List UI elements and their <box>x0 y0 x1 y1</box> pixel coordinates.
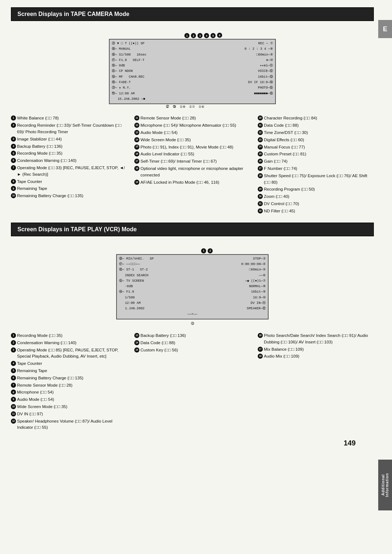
ref-num-5: 5 <box>11 151 16 156</box>
ref-item-6: 6 Condensation Warning (□□ 140) <box>11 158 127 164</box>
section2-refs-col2: 13 Backup Battery (□□ 136) 14 Data Code … <box>134 333 250 432</box>
vcr-ref-item-7: 7 Remote Sensor Mode (□□ 28) <box>11 382 127 389</box>
circle-2: 2 <box>191 33 196 38</box>
vcr-ref-num-4: 4 <box>11 361 16 366</box>
ref-num-31: 31 <box>258 201 263 206</box>
bottom-circle-numbers: ㉜ ㉙ ①⑧ ①⑦ ①⑥ <box>54 105 316 109</box>
e-tab: E <box>378 20 392 38</box>
vcr-circle-1: 1 <box>201 248 206 253</box>
circle-5: 5 <box>211 33 216 38</box>
page-number: 149 <box>11 439 356 447</box>
ref-item-1: 1 White Balance (□□ 78) <box>11 115 127 122</box>
vcr-ref-num-5: 5 <box>11 368 16 373</box>
section1-refs-col2: 11 Remote Sensor Mode (□□ 28) 12 Microph… <box>134 115 250 215</box>
screen-line-5: ⑯— 0dB ✦✦⊕1—⑪ <box>112 63 273 69</box>
vcr-ref-item-6: 6 Remaining Battery Charge (□□ 135) <box>11 375 127 382</box>
ref-num-23: 23 <box>258 137 263 142</box>
ref-text-21: Data Code (□□ 88) <box>264 122 374 129</box>
ref-num-14: 14 <box>134 137 139 142</box>
ref-num-21: 21 <box>258 123 263 128</box>
vcr-ref-num-2: 2 <box>11 340 16 345</box>
circle-1: 1 <box>184 33 189 38</box>
vcr-ref-text-15: Custom Key (□□ 56) <box>140 347 250 354</box>
screen-line-4: ⑰— F1.8 SELF-T ⊕—⑩ <box>112 58 273 63</box>
ref-num-6: 6 <box>11 158 16 163</box>
ref-item-12: 12 Microphone (□□ 54)/ Microphone Attenu… <box>134 122 250 129</box>
vcr-ref-text-14: Data Code (□□ 88) <box>140 340 250 346</box>
ref-text-5: Recording Mode (□□ 35) <box>17 150 127 157</box>
vcr-ref-item-16: 16 Photo Search/Date Search/ Index Searc… <box>258 333 374 346</box>
ref-text-28: Shutter Speed (□□ 75)/ Exposure Lock (□□… <box>264 173 374 186</box>
ref-text-25: Custom Preset (□□ 81) <box>264 151 374 158</box>
section2-refs-col1: 1 Recording Mode (□□ 35) 2 Condensation … <box>11 333 127 432</box>
vcr-ref-text-11: DV IN (□□ 97) <box>17 411 127 417</box>
ref-item-9: 9 Remaining Tape <box>11 186 127 192</box>
ref-item-16: 16 Audio Level Indicator (□□ 55) <box>134 151 250 158</box>
vcr-ref-num-16: 16 <box>258 333 263 338</box>
ref-num-3: 3 <box>11 137 16 142</box>
ref-item-11: 11 Remote Sensor Mode (□□ 28) <box>134 115 250 122</box>
ref-text-1: White Balance (□□ 78) <box>17 115 127 122</box>
ref-text-10: Remaining Battery Charge (□□ 135) <box>17 193 127 199</box>
vcr-diagram: 1 2 ⑱— MIX/VARI. SP STOP—③ ⑰— ——□□□—— 0:… <box>80 248 305 326</box>
ref-item-2: 2 Recording Reminder (□□ 33)/ Self-Timer… <box>11 122 127 135</box>
ref-num-12: 12 <box>134 123 139 128</box>
vcr-ref-text-13: Backup Battery (□□ 136) <box>140 333 250 339</box>
ref-text-23: Digital Effects (□□ 60) <box>264 137 374 143</box>
vcr-line-2: ⑰— ——□□□—— 0:00:00:00—④ <box>119 262 266 267</box>
screen-line-1: ⑳ ▼ □ T ((●)) SP REC — ⑦ <box>112 41 273 46</box>
vcr-ref-item-5: 5 Remaining Tape <box>11 368 127 374</box>
vcr-line-5: ⑮— TV SCREEN ⇨◉ ((●)1—⑦ <box>119 278 266 284</box>
ref-text-20: Character Recording (□□ 84) <box>264 115 374 122</box>
vcr-ref-num-3: 3 <box>11 347 16 353</box>
ref-num-1: 1 <box>11 115 16 121</box>
ref-text-22: Time Zone/DST (□□ 30) <box>264 130 374 136</box>
vcr-ref-item-18: 18 Audio Mix (□□ 109) <box>258 353 374 360</box>
ref-item-31: 31 DV Control (□□ 70) <box>258 201 374 207</box>
vcr-ref-text-18: Audio Mix (□□ 109) <box>264 353 374 360</box>
circle-6: 6 <box>217 33 222 38</box>
vcr-ref-item-1: 1 Recording Mode (□□ 35) <box>11 333 127 339</box>
ref-num-27: 27 <box>258 166 263 171</box>
vcr-ref-num-11: 11 <box>11 411 16 416</box>
page-container: E Additional Information Screen Displays… <box>0 0 392 554</box>
ref-text-6: Condensation Warning (□□ 140) <box>17 158 127 164</box>
section1-refs-col3: 20 Character Recording (□□ 84) 21 Data C… <box>258 115 374 215</box>
vcr-circle-2: 2 <box>208 248 213 253</box>
tape-camera-diagram: 1 2 3 4 5 6 ⑳ ▼ □ T ((●)) SP REC — ⑦ ⑱— … <box>69 33 316 109</box>
vcr-ref-num-6: 6 <box>11 375 16 380</box>
ref-item-14: 14 Wide Screen Mode (□□ 35) <box>134 137 250 143</box>
vcr-ref-num-10: 10 <box>11 404 16 409</box>
ref-item-21: 21 Data Code (□□ 88) <box>258 122 374 129</box>
ref-text-27: F Number (□□ 74) <box>264 166 374 172</box>
vcr-ref-item-13: 13 Backup Battery (□□ 136) <box>134 333 250 339</box>
ref-num-16: 16 <box>134 151 139 156</box>
vcr-ref-item-8: 8 Microphone (□□ 54) <box>11 389 127 396</box>
ref-text-9: Remaining Tape <box>17 186 127 192</box>
ref-num-11: 11 <box>134 115 139 121</box>
ref-text-30: Zoom (□□ 40) <box>264 194 374 200</box>
ref-item-4: 4 Backup Battery (□□ 136) <box>11 143 127 150</box>
ref-text-3: Image Stabilizer (□□ 44) <box>17 136 127 143</box>
vcr-ref-text-7: Remote Sensor Mode (□□ 28) <box>17 382 127 389</box>
section1-title: Screen Displays in TAPE CAMERA Mode <box>17 11 130 17</box>
section2-title: Screen Displays in TAPE PLAY (VCR) Mode <box>17 226 137 232</box>
ref-item-8: 8 Tape Counter <box>11 179 127 185</box>
section1-refs-col1: 1 White Balance (□□ 78) 2 Recording Remi… <box>11 115 127 215</box>
ref-text-19: AF/AE Locked in Photo Mode (□□ 46, 116) <box>140 179 250 186</box>
screen-line-10: ㉑— 12:00 AM ■■■■■■■—⑯ <box>112 91 273 97</box>
vcr-ref-num-7: 7 <box>11 383 16 388</box>
ref-num-17: 17 <box>134 159 139 164</box>
ref-num-4: 4 <box>11 144 16 149</box>
screen-line-2: ⑱— MANUAL 0 : 2 : 3 4 —⑧ <box>112 46 273 52</box>
top-circle-numbers: 1 2 3 4 5 6 <box>91 33 316 38</box>
ref-num-30: 30 <box>258 194 263 199</box>
ref-item-27: 27 F Number (□□ 74) <box>258 166 374 172</box>
e-tab-letter: E <box>383 25 387 33</box>
ref-text-24: Manual Focus (□□ 77) <box>264 144 374 151</box>
ref-num-8: 8 <box>11 179 16 184</box>
vcr-ref-num-17: 17 <box>258 347 263 352</box>
vcr-line-1: ⑱— MIX/VARI. SP STOP—③ <box>119 256 266 262</box>
ref-text-2: Recording Reminder (□□ 33)/ Self-Timer C… <box>17 122 127 135</box>
ref-item-15: 15 Photo (□□ 91), Index (□□ 91), Movie M… <box>134 144 250 151</box>
